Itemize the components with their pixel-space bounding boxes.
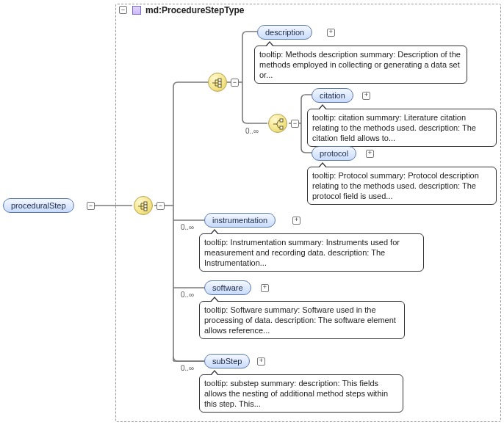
cardinality-software: 0..∞	[181, 291, 194, 299]
svg-rect-1	[144, 205, 147, 208]
element-subStep[interactable]: subStep	[204, 354, 250, 368]
element-software[interactable]: software	[204, 280, 251, 295]
svg-rect-6	[280, 119, 283, 122]
svg-rect-7	[280, 126, 283, 129]
schema-diagram: md:ProcedureStepType	[0, 0, 504, 425]
element-proceduralStep-toggle[interactable]	[87, 202, 95, 210]
element-description[interactable]: description	[257, 25, 312, 40]
compositor-sequence-root[interactable]	[134, 196, 153, 215]
tooltip-subStep: tooltip: substep summary: description: T…	[199, 374, 403, 413]
element-description-expand[interactable]	[327, 29, 335, 37]
element-citation[interactable]: citation	[312, 88, 353, 103]
element-label: instrumentation	[212, 216, 267, 225]
element-proceduralStep[interactable]: proceduralStep	[3, 198, 74, 213]
svg-rect-5	[218, 84, 221, 87]
cardinality-instrumentation: 0..∞	[181, 223, 194, 231]
compositor-sequence-desc[interactable]	[208, 73, 227, 92]
element-subStep-expand[interactable]	[257, 357, 265, 366]
element-citation-expand[interactable]	[362, 92, 370, 100]
element-label: protocol	[320, 149, 348, 158]
tooltip-citation: tooltip: citation summary: Literature ci…	[307, 109, 497, 147]
svg-rect-4	[218, 81, 221, 84]
svg-rect-0	[144, 202, 147, 205]
svg-rect-3	[218, 79, 221, 81]
tooltip-description: tooltip: Methods description summary: De…	[254, 46, 467, 84]
tooltip-instrumentation: tooltip: Instrumentation summary: Instru…	[199, 233, 424, 272]
type-frame-toggle[interactable]	[119, 6, 127, 14]
element-protocol[interactable]: protocol	[312, 146, 356, 161]
compositor-choice[interactable]	[268, 114, 287, 133]
compositor-choice-toggle[interactable]	[291, 120, 299, 128]
compositor-sequence-root-toggle[interactable]	[156, 202, 165, 210]
svg-rect-2	[144, 208, 147, 211]
tooltip-software: tooltip: Software summary: Software used…	[199, 301, 405, 339]
element-instrumentation-expand[interactable]	[292, 217, 300, 225]
element-label: citation	[320, 91, 345, 100]
element-label: description	[265, 28, 304, 37]
tooltip-protocol: tooltip: Protocol summary: Protocol desc…	[307, 167, 497, 205]
complex-type-icon	[132, 6, 141, 15]
element-label: software	[212, 283, 243, 292]
type-name: md:ProcedureStepType	[145, 5, 244, 15]
element-instrumentation[interactable]: instrumentation	[204, 213, 276, 228]
element-label: subStep	[212, 357, 242, 366]
cardinality-choice: 0..∞	[245, 127, 259, 135]
element-protocol-expand[interactable]	[366, 150, 374, 158]
element-software-expand[interactable]	[261, 284, 269, 292]
element-label: proceduralStep	[11, 201, 66, 210]
cardinality-subStep: 0..∞	[181, 364, 194, 372]
compositor-sequence-desc-toggle[interactable]	[231, 79, 239, 87]
